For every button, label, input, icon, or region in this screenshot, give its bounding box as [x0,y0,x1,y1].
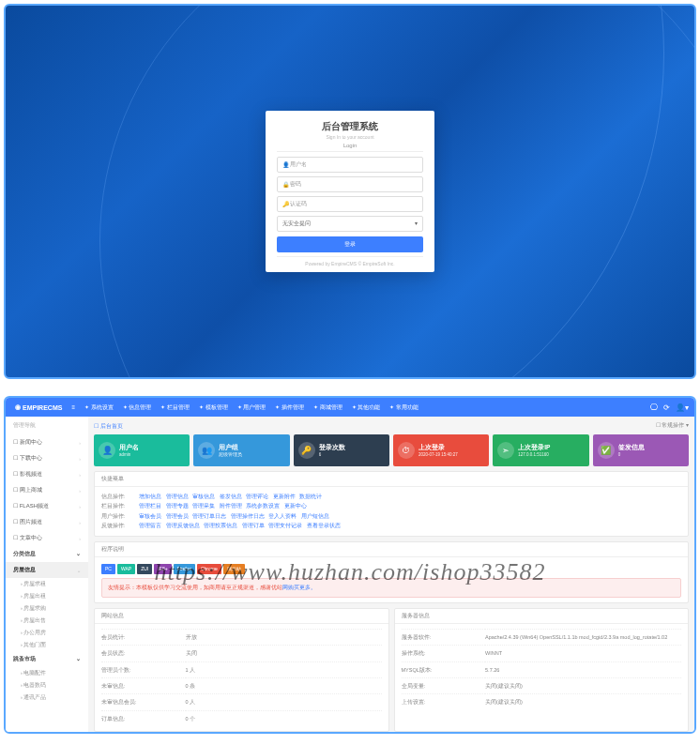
quick-link[interactable]: 签发信息 [220,494,242,499]
sidebar-item[interactable]: ☐ 网上商城› [6,482,88,498]
table-row: MYSQL版本:5.7.26 [402,661,682,677]
brand[interactable]: ◉ EMPIRECMS [11,403,66,411]
sidebar-item[interactable]: ☐ 下载中心› [6,450,88,466]
table-row: 未审信息:0 条 [101,678,382,694]
sidebar-item[interactable]: ☐ 文章中心› [6,530,88,546]
username-input[interactable]: 👤用户名 [277,157,423,173]
login-subtitle: Sign In to your account [277,134,423,140]
login-screenshot: 后台管理系统 Sign In to your account Login 👤用户… [4,4,696,379]
stat-card: 👤用户名admin [94,434,190,466]
table-row: 上传设置:关闭(建议关闭) [402,694,682,710]
quick-link[interactable]: 管理订单 [242,523,265,528]
nav-item[interactable]: ✦ 模板管理 [195,403,232,412]
nav-item[interactable]: ✦ 栏目管理 [157,403,193,412]
user-menu-icon[interactable]: 👤▾ [676,403,689,412]
desktop-icon[interactable]: 🖵 [650,403,658,412]
quick-link[interactable]: 更新附件 [273,494,296,499]
stat-card: ⏱上次登录2020-07-19 15:40:27 [393,434,489,466]
web-info-panel: 网站信息 会员统计:开放会员状态:关闭管理员个数:1 人未审信息:0 条未审信息… [94,608,389,732]
quick-link[interactable]: 更新中心 [284,503,307,509]
table-row: 订单信息:0 个 [101,710,382,726]
quick-link[interactable]: 用户短信息 [301,513,329,519]
sidebar-subitem[interactable]: › 其他门面 [6,639,88,651]
quick-link[interactable]: 管理信息 [166,494,189,499]
sidebar-subitem[interactable]: › 办公用房 [6,627,88,639]
sidebar-item[interactable]: ☐ 图片频道› [6,514,88,530]
quick-link[interactable]: 管理支付记录 [268,523,302,528]
quick-link[interactable]: 管理栏目 [139,503,161,509]
badge: 演示站 [223,564,245,575]
card-icon: ✅ [598,442,615,459]
quick-link[interactable]: 审核信息 [192,494,215,499]
sidebar-item[interactable]: ☐ FLASH频道› [6,498,88,514]
sidebar-group-market[interactable]: 跳蚤市场⌄ [6,651,88,667]
quick-link[interactable]: 登入人资料 [268,513,297,519]
badge: IE8+ [154,564,171,575]
chevron-down-icon: ⌄ [76,655,81,663]
sidebar-subitem[interactable]: › 房屋求租 [6,578,88,590]
sidebar-group-classify[interactable]: 分类信息⌄ [6,546,88,562]
quick-link[interactable]: 查看登录状态 [307,523,341,528]
nav-item[interactable]: ✦ 其他功能 [348,403,385,412]
captcha-input[interactable]: 🔑认证码 [277,196,423,212]
nav-item[interactable]: ✦ 插件管理 [271,403,308,412]
main-content: ☐ 后台首页 ☐ 常规操作 ▾ 👤用户名admin👥用户组超级管理员🔑登录次数6… [88,417,694,732]
menu-toggle-icon[interactable]: ≡ [68,404,79,410]
nav-item[interactable]: ✦ 信息管理 [119,403,156,412]
top-navbar: ◉ EMPIRECMS ≡ ✦ 系统设置✦ 信息管理✦ 栏目管理✦ 模板管理✦ … [6,398,694,417]
table-row: 会员统计:开放 [101,629,382,645]
table-row: 操作系统:WINNT [402,646,682,661]
quick-link[interactable]: 管理订单日志 [192,513,226,519]
sidebar-item[interactable]: ☐ 影视频道› [6,466,88,482]
stat-card: ✅签发信息0 [593,434,689,466]
card-icon: 👤 [99,442,115,459]
sidebar-subitem[interactable]: › 房屋出售 [6,615,88,627]
quick-link[interactable]: 管理投票信息 [204,523,237,528]
table-row: 服务器软件:Apache/2.4.39 (Win64) OpenSSL/1.1.… [402,629,682,645]
sidebar-subitem[interactable]: › 电脑配件 [6,667,88,679]
sidebar-item-house[interactable]: 房屋信息⌄ [6,562,88,578]
quick-link[interactable]: 管理采集 [192,503,215,509]
badge: Chrome [197,564,221,575]
password-input[interactable]: 🔒密码 [277,176,423,192]
quick-link[interactable]: 系统参数设置 [246,503,280,509]
quick-link[interactable]: 管理评论 [246,494,268,499]
badge: WAP [117,564,135,575]
quick-row: 信息操作:增加信息 管理信息 审核信息 签发信息 管理评论 更新附件 数据统计 [101,492,681,501]
quick-link[interactable]: 增加信息 [139,494,161,499]
chevron-right-icon: › [79,536,81,541]
sidebar-item[interactable]: ☐ 新闻中心› [6,434,88,450]
sidebar-subitem[interactable]: › 房屋求购 [6,602,88,615]
quick-link[interactable]: 审核会员 [139,513,161,519]
stat-card: 👥用户组超级管理员 [193,434,289,466]
quick-link[interactable]: 数据统计 [299,494,322,499]
nav-item[interactable]: ✦ 商城管理 [310,403,346,412]
badge: PC [101,564,115,575]
quick-link[interactable]: 附件管理 [220,503,242,509]
quick-link[interactable]: 管理专题 [166,503,189,509]
badge: Firefox [174,564,195,575]
quick-panel: 快捷菜单 信息操作:增加信息 管理信息 审核信息 签发信息 管理评论 更新附件 … [94,471,689,537]
server-info-panel: 服务器信息 服务器软件:Apache/2.4.39 (Win64) OpenSS… [394,608,690,732]
nav-item[interactable]: ✦ 常用功能 [386,403,422,412]
sidebar-subitem[interactable]: › 电器数码 [6,679,88,692]
nav-item[interactable]: ✦ 系统设置 [81,403,117,412]
security-select[interactable]: 无安全提问▾ [277,216,423,232]
chevron-right-icon: › [79,456,81,462]
table-row: 会员状态:关闭 [101,646,382,661]
chevron-right-icon: › [79,488,81,494]
breadcrumb-actions[interactable]: ☐ 常规操作 ▾ [656,422,689,431]
quick-link[interactable]: 管理反馈信息 [166,523,200,528]
refresh-icon[interactable]: ⟳ [663,403,670,412]
quick-link[interactable]: 管理留言 [139,523,161,528]
nav-item[interactable]: ✦ 用户管理 [234,403,270,412]
breadcrumb: ☐ 后台首页 ☐ 常规操作 ▾ [94,422,689,431]
breadcrumb-home[interactable]: ☐ 后台首页 [94,422,123,431]
lock-icon: 🔒 [282,181,290,188]
admin-screenshot: ◉ EMPIRECMS ≡ ✦ 系统设置✦ 信息管理✦ 栏目管理✦ 模板管理✦ … [4,396,696,734]
quick-link[interactable]: 管理操作日志 [231,513,265,519]
sidebar-subitem[interactable]: › 通讯产品 [6,692,88,704]
sidebar-subitem[interactable]: › 房屋出租 [6,590,88,602]
quick-link[interactable]: 管理会员 [166,513,189,519]
login-button[interactable]: 登录 [277,236,423,252]
